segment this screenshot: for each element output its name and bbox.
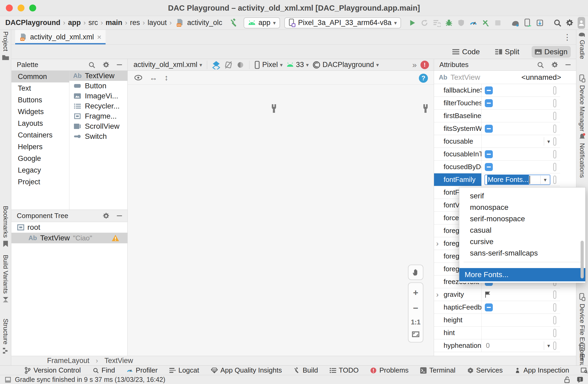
toolwindow-services[interactable]: Services xyxy=(467,366,503,374)
palette-item-textview[interactable]: AbTextView xyxy=(69,71,127,81)
indeterminate-checkbox[interactable] xyxy=(485,99,493,107)
sdk-manager-icon[interactable] xyxy=(535,18,545,28)
mode-split-button[interactable]: Split xyxy=(492,46,522,58)
toolbar-overflow-icon[interactable]: » xyxy=(412,60,417,69)
gradle-sync-icon[interactable] xyxy=(510,18,521,28)
font-option-serif-monospace[interactable]: serif-monospace xyxy=(459,213,585,224)
tools-attribute-pill[interactable] xyxy=(553,163,556,171)
tools-attribute-pill[interactable] xyxy=(553,290,556,299)
breadcrumb-layout[interactable]: layout xyxy=(148,19,167,27)
breadcrumb-project[interactable]: DACPlayground xyxy=(5,19,60,27)
flag-icon[interactable] xyxy=(484,291,491,298)
palette-item-scrollview[interactable]: ScrollView xyxy=(69,121,127,131)
minimize-panel-icon[interactable] xyxy=(117,215,122,216)
zoom-out-button[interactable]: − xyxy=(413,303,418,313)
render-errors-badge[interactable]: ! xyxy=(420,61,429,69)
toolwindow-problems[interactable]: Problems xyxy=(370,366,408,374)
tools-attribute-pill[interactable] xyxy=(553,176,556,184)
toolwindow-build[interactable]: Build xyxy=(294,366,318,374)
attribute-row[interactable]: focusableInTou... xyxy=(434,148,560,161)
attribute-row-fontfamily[interactable]: fontFamily More Fonts... ▾ xyxy=(434,173,560,186)
sidebar-item-gradle[interactable]: Gradle xyxy=(576,31,588,59)
breadcrumb-textview[interactable]: TextView xyxy=(105,357,133,365)
attribute-row[interactable]: height xyxy=(434,314,560,327)
view-options-eye-icon[interactable] xyxy=(134,74,143,81)
gear-icon[interactable] xyxy=(102,212,110,220)
palette-category-legacy[interactable]: Legacy xyxy=(11,164,69,176)
fontfamily-combobox[interactable]: More Fonts... ▾ xyxy=(484,174,551,185)
zoom-in-button[interactable]: + xyxy=(413,287,418,298)
toolwindow-profiler[interactable]: Profiler xyxy=(127,366,157,374)
search-icon[interactable] xyxy=(537,61,544,69)
palette-item-imageview[interactable]: ImageVi... xyxy=(69,91,127,101)
tools-attribute-pill[interactable] xyxy=(553,329,556,337)
constraints-v-icon[interactable]: ↕ xyxy=(164,73,168,82)
avatar[interactable] xyxy=(578,17,585,29)
run-configuration-selector[interactable]: app ▾ xyxy=(244,17,280,28)
indeterminate-checkbox[interactable] xyxy=(485,303,493,311)
tools-attribute-pill[interactable] xyxy=(553,112,556,120)
sidebar-item-notifications[interactable]: Notifications xyxy=(576,133,588,178)
breadcrumb-src[interactable]: src xyxy=(88,19,98,27)
sidebar-item-project[interactable]: Project xyxy=(0,31,11,61)
mode-code-button[interactable]: Code xyxy=(449,46,483,58)
toolwindow-layout-inspector[interactable]: Layout Inspector xyxy=(581,366,588,374)
attribute-row[interactable]: hyphenationFre... 0▾ xyxy=(434,339,560,352)
palette-category-project[interactable]: Project xyxy=(11,176,69,188)
status-message[interactable]: Gradle sync finished in 9 s 37 ms (13/03… xyxy=(15,376,165,383)
palette-item-switch[interactable]: Switch xyxy=(69,131,127,141)
tools-attribute-pill[interactable] xyxy=(553,137,556,146)
device-dropdown[interactable]: Pixel ▾ xyxy=(254,61,283,69)
tools-attribute-pill[interactable] xyxy=(553,150,556,158)
more-fonts-option[interactable]: More Fonts... xyxy=(459,268,585,281)
mode-design-button[interactable]: Design xyxy=(532,46,571,58)
restart-activity-icon[interactable] xyxy=(480,18,491,28)
settings-gear-icon[interactable] xyxy=(564,18,575,28)
palette-category-containers[interactable]: Containers xyxy=(11,129,69,141)
palette-category-widgets[interactable]: Widgets xyxy=(11,106,69,118)
popup-scrollbar[interactable] xyxy=(581,241,584,278)
palette-category-layouts[interactable]: Layouts xyxy=(11,118,69,129)
orientation-icon[interactable] xyxy=(224,60,233,69)
chevron-down-icon[interactable]: ▾ xyxy=(544,343,553,349)
device-selector[interactable]: Pixel_3a_API_33_arm64-v8a ▾ xyxy=(284,17,401,28)
zoom-to-fit-icon[interactable] xyxy=(412,331,420,337)
tree-item-textview[interactable]: Ab TextView "Ciao" xyxy=(11,233,127,243)
indeterminate-checkbox[interactable] xyxy=(485,125,493,133)
attribute-row[interactable]: hapticFeedback... xyxy=(434,301,560,314)
attribute-row[interactable]: firstBaselineTo... xyxy=(434,110,560,122)
tool-window-toggle-icon[interactable] xyxy=(5,377,11,383)
toolwindow-app-inspection[interactable]: App Inspection xyxy=(514,366,569,374)
indeterminate-checkbox[interactable] xyxy=(485,150,493,158)
expand-chevron-icon[interactable]: › xyxy=(436,290,439,299)
toolwindow-terminal[interactable]: Terminal xyxy=(420,366,455,374)
sidebar-item-build-variants[interactable]: Build Variants xyxy=(0,255,11,303)
build-hammer-icon[interactable] xyxy=(229,18,239,28)
font-option-cursive[interactable]: cursive xyxy=(459,236,585,247)
attribute-row[interactable]: hint xyxy=(434,327,560,339)
help-badge[interactable]: ? xyxy=(419,74,428,83)
device-manager-icon[interactable] xyxy=(522,18,533,28)
gear-icon[interactable] xyxy=(551,61,558,69)
zoom-actual-size-button[interactable]: 1:1 xyxy=(411,318,420,326)
tab-activity-old-xml[interactable]: <> activity_old_xml.xml × xyxy=(15,30,106,44)
chevron-down-icon[interactable]: ▾ xyxy=(544,138,553,145)
tools-attribute-pill[interactable] xyxy=(553,303,556,312)
palette-category-helpers[interactable]: Helpers xyxy=(11,141,69,153)
toolwindow-version-control[interactable]: Version Control xyxy=(24,366,81,374)
tab-options-kebab-icon[interactable]: ⋮ xyxy=(563,32,571,42)
breadcrumb-framelayout[interactable]: FrameLayout xyxy=(47,357,89,365)
render-wrench-icon[interactable] xyxy=(270,104,278,113)
minimize-panel-icon[interactable] xyxy=(565,64,571,65)
toolwindow-logcat[interactable]: Logcat xyxy=(169,366,199,374)
design-file-selector[interactable]: activity_old_xml.xml ▾ xyxy=(134,61,202,69)
render-wrench-icon[interactable] xyxy=(421,104,430,113)
sidebar-item-device-manager[interactable]: Device Manager xyxy=(576,74,588,132)
search-icon[interactable] xyxy=(88,61,95,69)
pan-tool-button[interactable] xyxy=(408,265,423,280)
search-everywhere-icon[interactable] xyxy=(552,18,563,28)
attribute-row[interactable]: filterTouchesW... xyxy=(434,97,560,110)
attribute-row-gravity[interactable]: ›gravity xyxy=(434,288,560,301)
palette-category-common[interactable]: Common xyxy=(11,71,69,82)
breadcrumb-app[interactable]: app xyxy=(68,19,81,27)
